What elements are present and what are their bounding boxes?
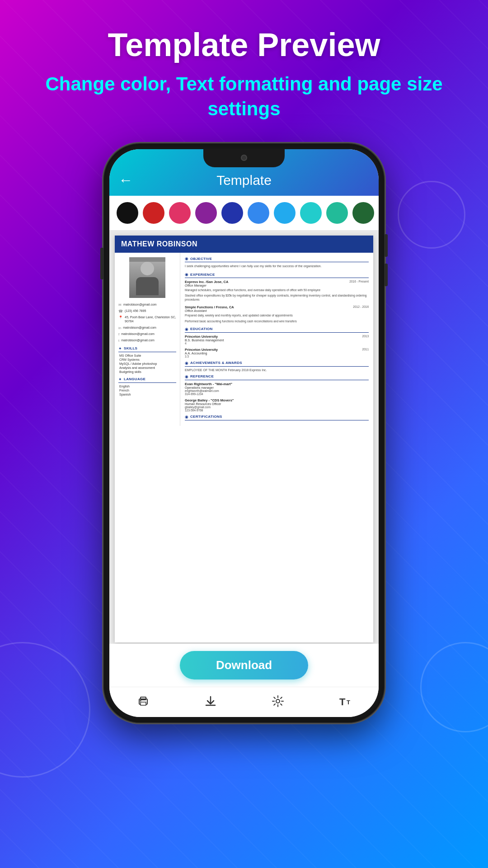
camera-icon [241, 155, 247, 161]
phone-notch [203, 149, 285, 167]
experience-icon: ◉ [185, 272, 188, 277]
svg-text:T: T [339, 696, 346, 708]
svg-point-4 [276, 699, 280, 703]
resume-right-column: ◉ OBJECTIVE I seek challenging opportuni… [180, 253, 373, 425]
twitter-icon: t [118, 339, 119, 343]
achievement-text: EMPLOYEE OF THE MONTH February 2018 Expr… [185, 368, 369, 372]
resume-paper: MATHEW ROBINSON [115, 236, 373, 642]
color-pink[interactable] [169, 202, 191, 224]
objective-icon: ◉ [185, 256, 188, 261]
settings-nav-item[interactable] [271, 694, 285, 708]
exp-entry-2: Simple Functions / Fresno, CA 2012 - 201… [185, 305, 369, 323]
svg-point-3 [140, 700, 141, 702]
resume-preview[interactable]: MATHEW ROBINSON [109, 230, 379, 644]
resume-body: ✉ matrobison@gmail.com ☎ (123) 456 7895 … [115, 253, 373, 425]
color-blue[interactable] [248, 202, 269, 224]
skill-4: Analysis and assessment [118, 366, 176, 369]
color-palette [109, 196, 379, 230]
download-button[interactable]: Download [180, 651, 308, 679]
color-black[interactable] [117, 202, 138, 224]
screen-title: Template [142, 173, 346, 188]
objective-section-header: ◉ OBJECTIVE [185, 256, 369, 262]
exp-entry-1: Express Inc. /San Jose, CA 2016 - Presen… [185, 280, 369, 302]
exp-header-2: Simple Functions / Fresno, CA 2012 - 201… [185, 305, 369, 309]
color-teal[interactable] [326, 202, 348, 224]
person-body [136, 277, 159, 295]
language-section-header: ✦ LANGUAGE [118, 377, 176, 383]
contact-linkedin: in matrobison@gmail.com [118, 326, 176, 330]
location-icon: 📍 [118, 316, 123, 320]
contact-email: ✉ matrobison@gmail.com [118, 302, 176, 307]
bottom-navigation: T T [109, 687, 379, 717]
resume-left-column: ✉ matrobison@gmail.com ☎ (123) 456 7895 … [115, 253, 180, 425]
experience-section-header: ◉ EXPERIENCE [185, 272, 369, 278]
facebook-icon: f [118, 332, 119, 336]
skill-1: MS Office Suite [118, 354, 176, 357]
achievements-icon: ◉ [185, 361, 188, 365]
page-title: Template Preview [0, 27, 488, 63]
phone-inner: ← Template [109, 149, 379, 717]
lang-3: Spanish [118, 393, 176, 396]
download-nav-item[interactable] [204, 694, 217, 708]
resume-name-bar: MATHEW ROBINSON [115, 236, 373, 253]
reference-icon: ◉ [185, 374, 188, 379]
header-section: Template Preview Change color, Text form… [0, 0, 488, 135]
back-button[interactable]: ← [118, 172, 133, 189]
skills-icon: ✦ [118, 346, 122, 351]
edu-entry-2: Princeton University 2011 A.A. Accountin… [185, 348, 369, 358]
certifications-section-header: ◉ CERTIFICATIONS [185, 415, 369, 420]
phone-outer: ← Template [104, 144, 384, 722]
phone-screen: ← Template [109, 149, 379, 717]
volume-up-button [384, 234, 388, 257]
volume-down-button [384, 264, 388, 286]
skill-3: MySQL / Adobe photoshop [118, 362, 176, 365]
color-light-blue[interactable] [274, 202, 296, 224]
reference-section-header: ◉ REFERENCE [185, 374, 369, 380]
svg-text:T: T [347, 699, 350, 706]
linkedin-icon: in [118, 326, 121, 330]
skill-5: Budgeting skills [118, 370, 176, 373]
phone-mockup: ← Template [0, 144, 488, 722]
objective-text: I seek challenging opportunities where I… [185, 264, 369, 269]
contact-phone: ☎ (123) 456 7895 [118, 309, 176, 313]
photo-placeholder [129, 262, 165, 298]
ref-entry-1: Evan Rightworth - "Wal-mart" Operations … [185, 382, 369, 396]
resume-photo [129, 257, 165, 298]
power-button [100, 248, 104, 279]
color-navy[interactable] [221, 202, 243, 224]
color-green[interactable] [352, 202, 374, 224]
skill-2: CRM Systems [118, 358, 176, 361]
phone-icon: ☎ [118, 309, 123, 313]
certifications-icon: ◉ [185, 415, 188, 419]
language-icon: ✦ [118, 377, 122, 382]
achievements-section-header: ◉ ACHIEVEMENTS & AWARDS [185, 361, 369, 367]
page-subtitle: Change color, Text formatting and page s… [0, 72, 488, 121]
education-section-header: ◉ EDUCATION [185, 327, 369, 333]
print-nav-item[interactable] [136, 694, 150, 708]
color-red[interactable] [143, 202, 164, 224]
education-icon: ◉ [185, 327, 188, 331]
svg-rect-2 [141, 702, 146, 705]
text-size-nav-item[interactable]: T T [338, 694, 352, 708]
person-head [141, 262, 154, 275]
download-button-container: Download [109, 644, 379, 687]
lang-2: French [118, 389, 176, 392]
email-icon: ✉ [118, 303, 122, 307]
color-purple[interactable] [195, 202, 217, 224]
exp-header-1: Express Inc. /San Jose, CA 2016 - Presen… [185, 280, 369, 284]
contact-twitter: t matrobison@gmail.com [118, 338, 176, 343]
ref-entry-2: George Bailey - "CDS Movers" Human Resou… [185, 398, 369, 412]
lang-1: English [118, 385, 176, 388]
contact-address: 📍 45, Pooh Bear Lane, Charleston SC, 907… [118, 315, 176, 323]
skills-section-header: ✦ SKILLS [118, 346, 176, 352]
edu-entry-1: Princeton University 2013 B.S. Business … [185, 335, 369, 345]
contact-facebook: f matrobison@gmail.com [118, 332, 176, 336]
color-cyan[interactable] [300, 202, 322, 224]
